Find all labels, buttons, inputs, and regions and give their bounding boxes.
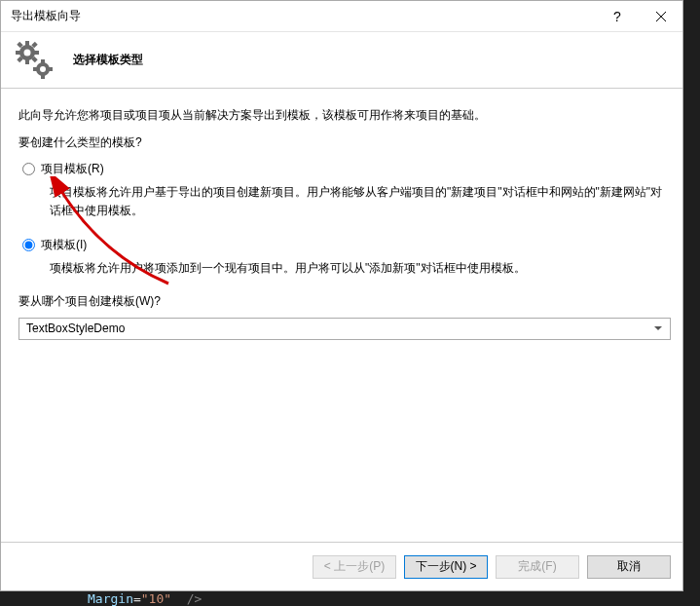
svg-rect-6 xyxy=(16,51,21,55)
svg-rect-4 xyxy=(25,41,29,47)
help-icon: ? xyxy=(611,11,623,22)
close-button[interactable] xyxy=(639,2,682,31)
wizard-step-title: 选择模板类型 xyxy=(73,52,143,68)
window-title: 导出模板向导 xyxy=(11,8,595,24)
source-project-combo[interactable]: TextBoxStyleDemo xyxy=(18,318,671,340)
wizard-header: 选择模板类型 xyxy=(1,32,682,89)
close-icon xyxy=(656,12,666,21)
wizard-footer: < 上一步(P) 下一步(N) > 完成(F) 取消 xyxy=(1,542,682,590)
next-button[interactable]: 下一步(N) > xyxy=(404,555,488,579)
finish-button: 完成(F) xyxy=(496,555,579,579)
project-template-option[interactable]: 项目模板(R) xyxy=(22,161,671,177)
titlebar: 导出模板向导 ? xyxy=(1,1,682,32)
item-template-description: 项模板将允许用户将项添加到一个现有项目中。用户将可以从"添加新项"对话框中使用模… xyxy=(50,259,671,278)
template-type-options: 项目模板(R) 项目模板将允许用户基于导出的项目创建新项目。用户将能够从客户端项… xyxy=(22,161,671,278)
project-template-label: 项目模板(R) xyxy=(41,161,104,177)
svg-rect-15 xyxy=(41,74,45,79)
svg-rect-14 xyxy=(41,59,45,64)
cancel-button[interactable]: 取消 xyxy=(587,555,671,579)
previous-button: < 上一步(P) xyxy=(313,555,396,579)
svg-point-18 xyxy=(40,66,46,72)
intro-text: 此向导允许您将项目或项目项从当前解决方案导出到模板，该模板可用作将来项目的基础。 xyxy=(18,106,671,125)
svg-point-12 xyxy=(24,49,31,56)
wizard-content: 此向导允许您将项目或项目项从当前解决方案导出到模板，该模板可用作将来项目的基础。… xyxy=(1,89,682,542)
background-code: Margin="10" /> xyxy=(0,591,700,606)
svg-text:?: ? xyxy=(613,11,621,22)
project-template-description: 项目模板将允许用户基于导出的项目创建新项目。用户将能够从客户端项目的"新建项目"… xyxy=(50,183,671,220)
project-template-radio[interactable] xyxy=(22,163,35,175)
item-template-radio[interactable] xyxy=(22,239,35,251)
source-project-question: 要从哪个项目创建模板(W)? xyxy=(18,293,671,310)
item-template-label: 项模板(I) xyxy=(41,237,87,253)
gear-icon xyxy=(13,37,59,84)
template-type-question: 要创建什么类型的模板? xyxy=(18,134,671,151)
item-template-option[interactable]: 项模板(I) xyxy=(22,237,671,253)
svg-rect-7 xyxy=(33,51,39,55)
help-button[interactable]: ? xyxy=(595,2,639,31)
svg-rect-16 xyxy=(33,67,38,71)
svg-rect-17 xyxy=(48,67,53,71)
svg-rect-5 xyxy=(25,58,29,64)
source-project-value: TextBoxStyleDemo xyxy=(26,322,125,335)
export-template-wizard-dialog: 导出模板向导 ? xyxy=(0,0,683,591)
